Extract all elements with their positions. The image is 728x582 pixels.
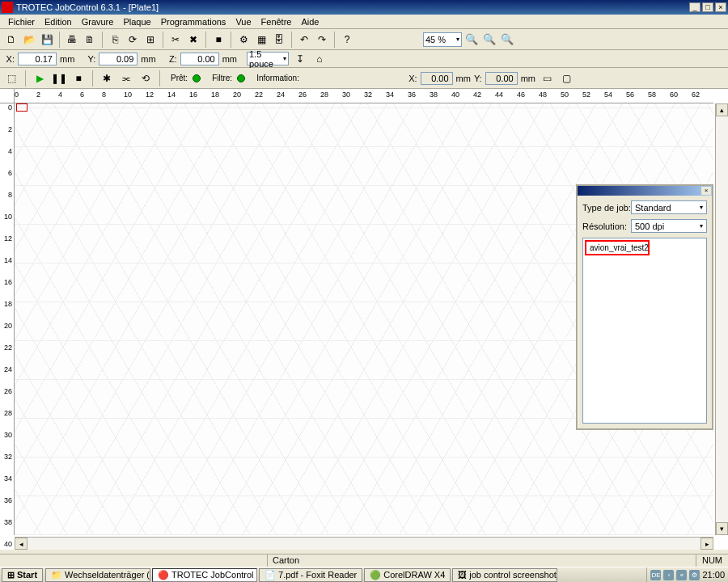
- scroll-up-icon[interactable]: ▴: [716, 103, 728, 116]
- task-item[interactable]: 🟢CorelDRAW X4: [364, 568, 451, 582]
- ry-label: Y:: [474, 74, 482, 83]
- undo-icon[interactable]: ↶: [296, 32, 312, 48]
- ready-dot: [193, 74, 201, 82]
- ry-field: 0.00: [485, 72, 518, 85]
- z-unit: mm: [222, 54, 237, 64]
- menubar: Fichier Edition Gravure Plaque Programma…: [0, 15, 728, 29]
- resolution-select[interactable]: 500 dpi: [631, 219, 707, 233]
- jobtype-label: Type de job:: [582, 203, 631, 213]
- menu-window[interactable]: Fenêtre: [256, 15, 297, 28]
- task-item[interactable]: 🖼job control screenshot_1...: [452, 568, 557, 582]
- tray-icon[interactable]: ⚙: [689, 570, 700, 580]
- menu-engrave[interactable]: Gravure: [77, 15, 119, 28]
- close-button[interactable]: ×: [715, 2, 726, 12]
- h-scrollbar[interactable]: ◂ ▸: [15, 537, 713, 550]
- scroll-right-icon[interactable]: ▸: [700, 538, 713, 550]
- menu-view[interactable]: Vue: [231, 15, 256, 28]
- minimize-button[interactable]: _: [689, 2, 700, 12]
- scroll-down-icon[interactable]: ▾: [716, 522, 728, 535]
- stop-button[interactable]: ■: [70, 70, 87, 86]
- resolution-label: Résolution:: [582, 221, 631, 231]
- new-icon[interactable]: 🗋: [3, 32, 19, 48]
- lang-indicator[interactable]: DE: [650, 570, 661, 580]
- ruler-corner: [0, 89, 15, 103]
- stop-icon[interactable]: ■: [210, 32, 226, 48]
- window-title: TROTEC JobControl 6.3.1 - [Plate1]: [16, 2, 159, 12]
- job-list[interactable]: avion_vrai_test2: [582, 238, 707, 424]
- ry-unit: mm: [521, 74, 535, 83]
- menu-file[interactable]: Fichier: [3, 15, 40, 28]
- tray-icon[interactable]: ‹: [663, 570, 674, 580]
- task-item[interactable]: 📁Wechseldatenträger (F:): [45, 568, 150, 582]
- database-icon[interactable]: 🗄: [271, 32, 287, 48]
- main-toolbar: 🗋 📂 💾 🖶 🗎 ⎘ ⟳ ⊞ ✂ ✖ ■ ⚙ ▦ 🗄 ↶ ↷ ? 45 % 🔍…: [0, 29, 728, 50]
- start-button[interactable]: ⊞Start: [2, 568, 43, 582]
- menu-programs[interactable]: Programmations: [156, 15, 231, 28]
- y-label: Y:: [84, 54, 95, 64]
- app-icon: [2, 2, 13, 13]
- h-scroll-track[interactable]: [28, 538, 700, 550]
- tray-icon[interactable]: «: [676, 570, 687, 580]
- scroll-left-icon[interactable]: ◂: [15, 538, 28, 550]
- preview-icon[interactable]: 🗎: [82, 32, 98, 48]
- save-icon[interactable]: 💾: [39, 32, 55, 48]
- maximize-button[interactable]: □: [702, 2, 713, 12]
- rotate-icon[interactable]: ⟳: [125, 32, 141, 48]
- step-select[interactable]: 1.5 pouce: [247, 52, 289, 65]
- y-field[interactable]: 0.09: [99, 53, 138, 65]
- goto-icon[interactable]: ↧: [292, 51, 308, 67]
- pause-button[interactable]: ❚❚: [51, 70, 67, 86]
- marker1-icon[interactable]: ▭: [539, 70, 555, 86]
- zoom-select[interactable]: 45 %: [423, 32, 462, 47]
- refresh-icon[interactable]: ⟲: [138, 70, 154, 86]
- marker2-icon[interactable]: ▢: [558, 70, 574, 86]
- x-field[interactable]: 0.17: [18, 53, 57, 65]
- job-panel-close-icon[interactable]: ×: [701, 187, 711, 195]
- menu-help[interactable]: Aide: [296, 15, 324, 28]
- task-item[interactable]: 📄7.pdf - Foxit Reader: [259, 568, 362, 582]
- job-item[interactable]: avion_vrai_test2: [585, 240, 650, 255]
- job-panel: × Type de job: Standard Résolution: 500 …: [576, 184, 713, 430]
- rx-label: X:: [408, 74, 417, 83]
- rx-unit: mm: [456, 74, 471, 83]
- filter-label: Filtre:: [212, 74, 232, 82]
- pointer-icon[interactable]: ⬚: [3, 70, 19, 86]
- y-unit: mm: [141, 54, 155, 64]
- status-num: NUM: [696, 555, 728, 567]
- help-icon[interactable]: ?: [339, 32, 355, 48]
- delete-icon[interactable]: ✖: [185, 32, 201, 48]
- filter-dot: [237, 74, 245, 82]
- task-item[interactable]: 🔴TROTEC JobControl 6....: [152, 568, 257, 582]
- info-label: Information:: [256, 74, 299, 82]
- x-label: X:: [3, 54, 15, 64]
- control-toolbar: ⬚ ▶ ❚❚ ■ ✱ ⫘ ⟲ Prêt: Filtre: Information…: [0, 68, 728, 89]
- home-icon[interactable]: ⌂: [311, 51, 328, 67]
- v-scrollbar[interactable]: ▴ ▾: [715, 103, 728, 535]
- zoom-out-icon[interactable]: 🔍: [481, 32, 497, 48]
- z-label: Z:: [166, 54, 177, 64]
- open-icon[interactable]: 📂: [21, 32, 37, 48]
- cut-icon[interactable]: ✂: [167, 32, 184, 48]
- gear-icon[interactable]: ⚙: [235, 32, 252, 48]
- zoom-in-icon[interactable]: 🔍: [463, 32, 480, 48]
- menu-edit[interactable]: Edition: [40, 15, 77, 28]
- origin-marker[interactable]: [16, 103, 28, 112]
- jobtype-select[interactable]: Standard: [631, 200, 707, 214]
- material-icon[interactable]: ▦: [253, 32, 269, 48]
- connect-icon[interactable]: ✱: [99, 70, 115, 86]
- clock[interactable]: 21:00: [702, 570, 725, 580]
- menu-plate[interactable]: Plaque: [118, 15, 155, 28]
- snap-icon[interactable]: ⊞: [142, 32, 159, 48]
- redo-icon[interactable]: ↷: [314, 32, 330, 48]
- job-panel-header[interactable]: ×: [578, 186, 712, 196]
- link-icon[interactable]: ⫘: [118, 70, 134, 86]
- zoom-fit-icon[interactable]: 🔍: [499, 32, 515, 48]
- statusbar: Carton NUM: [0, 554, 728, 567]
- ruler-horizontal: 0246810121416182022242628303234363840424…: [15, 89, 713, 103]
- duplicate-icon[interactable]: ⎘: [107, 32, 123, 48]
- ready-label: Prêt:: [171, 74, 188, 82]
- z-field[interactable]: 0.00: [180, 53, 219, 65]
- play-button[interactable]: ▶: [32, 70, 48, 86]
- print-icon[interactable]: 🖶: [64, 32, 80, 48]
- v-scroll-track[interactable]: [716, 116, 728, 522]
